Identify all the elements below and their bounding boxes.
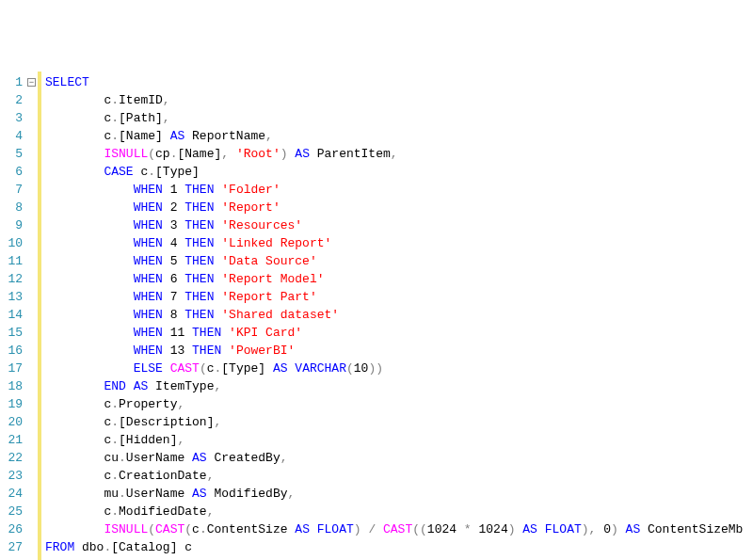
token-norm: [Type] [221,361,273,376]
code-line[interactable]: WHEN 11 THEN 'KPI Card' [45,324,753,342]
token-norm [537,522,545,536]
line-number: 5 [4,145,23,163]
token-norm [221,344,229,358]
code-area[interactable]: SELECT c.ItemID, c.[Path], c.[Name] AS R… [41,72,753,560]
token-kw: CASE [104,165,133,179]
line-number: 28 [4,556,23,560]
code-line[interactable]: c.[Path], [45,109,753,127]
code-line[interactable]: END AS ItemType, [45,377,753,395]
token-norm: 2 [163,200,184,215]
code-line[interactable]: WHEN 8 THEN 'Shared dataset' [45,306,753,324]
token-gray: ( [346,361,354,376]
code-line[interactable]: mu.UserName AS ModifiedBy, [45,485,753,503]
token-kw: THEN [184,183,214,197]
token-kw: THEN [184,290,214,304]
token-norm: ModifiedDate [119,504,207,519]
code-line[interactable]: ISNULL(cp.[Name], 'Root') AS ParentItem, [45,145,753,163]
token-kw: AS [295,147,310,161]
token-norm: 1024 [427,522,464,536]
token-gray: ) [354,522,361,536]
token-str: 'Root' [236,147,280,161]
token-norm: 10 [354,361,369,376]
token-norm [221,326,229,340]
token-gray: ) [508,522,516,536]
code-line[interactable]: c.[Description], [45,413,753,431]
line-number: 25 [4,503,23,520]
code-line[interactable]: c.Property, [45,395,753,413]
token-gray: . [111,469,119,483]
code-editor[interactable]: 1234567891011121314151617181920212223242… [0,72,753,560]
code-line[interactable]: WHEN 13 THEN 'PowerBI' [45,342,753,360]
token-norm: c [192,522,200,536]
token-norm: 11 [163,326,192,340]
line-number: 26 [4,520,23,538]
token-kw: THEN [184,236,214,250]
line-number: 24 [4,485,23,503]
code-line[interactable]: SELECT [45,73,753,91]
token-gray: ( [148,147,155,161]
token-str: 'Data Source' [221,254,316,268]
token-norm [310,522,317,536]
code-line[interactable]: WHEN 1 THEN 'Folder' [45,181,753,199]
code-line[interactable]: CASE c.[Type] [45,163,753,181]
token-gray: , [265,129,273,143]
token-kw: WHEN [134,218,163,232]
line-number: 23 [4,467,23,485]
code-line[interactable]: ISNULL(CAST(c.ContentSize AS FLOAT) / CA… [45,520,753,538]
token-norm: [Name] [177,147,221,161]
token-gray: ( [184,522,192,536]
code-line[interactable]: FROM dbo.[Catalog] c [45,538,753,556]
token-kw: AS [522,522,537,536]
code-line[interactable]: WHEN 5 THEN 'Data Source' [45,252,753,270]
token-norm: cu [104,451,119,465]
code-line[interactable]: c.ModifiedDate, [45,503,753,520]
token-func: CAST [383,522,412,536]
token-gray: . [111,93,119,107]
code-line[interactable]: c.[Name] AS ReportName, [45,127,753,145]
token-norm: mu [104,487,119,501]
line-number-gutter: 1234567891011121314151617181920212223242… [0,72,26,560]
token-kw: WHEN [134,183,163,197]
line-number: 2 [4,91,23,109]
token-norm: 3 [163,218,184,232]
token-norm: [Description] [119,415,214,429]
token-gray: , [177,397,184,411]
code-line[interactable]: LEFT OUTER JOIN dbo.[Catalog] cp ON c.Pa… [45,556,753,560]
token-kw: WHEN [134,326,163,340]
code-line[interactable]: WHEN 4 THEN 'Linked Report' [45,234,753,252]
token-gray: , [163,111,170,125]
line-number: 12 [4,270,23,288]
code-line[interactable]: WHEN 3 THEN 'Resources' [45,216,753,234]
token-gray: , [214,379,221,393]
line-number: 18 [4,377,23,395]
token-str: 'Linked Report' [221,236,331,250]
fold-strip: − [26,72,38,560]
token-gray: ) [280,147,288,161]
code-line[interactable]: c.[Hidden], [45,431,753,449]
token-norm: 1024 [472,522,508,536]
token-norm: [Catalog] c [111,540,192,554]
fold-toggle-icon[interactable]: − [27,78,36,87]
token-func: ISNULL [104,147,148,161]
token-gray: . [148,165,155,179]
code-line[interactable]: WHEN 7 THEN 'Report Part' [45,288,753,306]
token-func: CAST [155,522,184,536]
line-number: 9 [4,216,23,234]
token-gray: , [163,93,170,107]
code-line[interactable]: c.CreationDate, [45,467,753,485]
token-func: CAST [170,361,200,376]
line-number: 7 [4,181,23,199]
code-line[interactable]: ELSE CAST(c.[Type] AS VARCHAR(10)) [45,360,753,377]
token-norm: UserName [126,451,192,465]
token-norm: dbo [74,540,104,554]
code-line[interactable]: WHEN 6 THEN 'Report Model' [45,270,753,288]
token-kw: WHEN [134,344,163,358]
code-line[interactable]: c.ItemID, [45,91,753,109]
code-line[interactable]: cu.UserName AS CreatedBy, [45,449,753,467]
token-gray: . [200,522,207,536]
token-norm: UserName [126,487,192,501]
token-norm: 13 [163,344,192,358]
token-kw: FROM [45,540,74,554]
token-kw: WHEN [134,200,163,215]
code-line[interactable]: WHEN 2 THEN 'Report' [45,199,753,216]
